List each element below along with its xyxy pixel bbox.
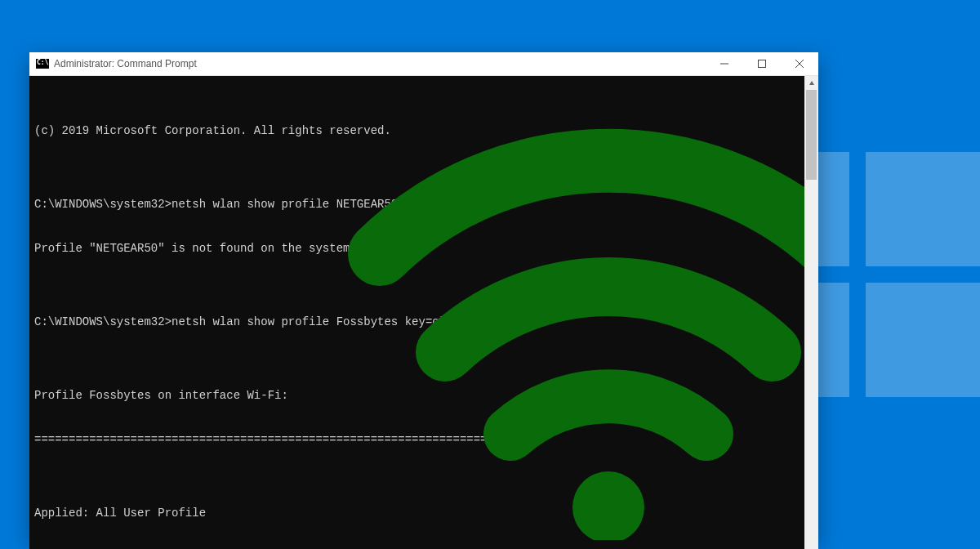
console-output[interactable]: (c) 2019 Microsoft Corporation. All righ…	[29, 76, 804, 549]
close-button[interactable]	[781, 52, 818, 75]
vertical-scrollbar[interactable]	[804, 76, 818, 549]
svg-rect-1	[759, 60, 766, 68]
console-line: Profile Fossbytes on interface Wi-Fi:	[34, 388, 800, 403]
console-line: ========================================…	[34, 432, 800, 447]
window-title: Administrator: Command Prompt	[54, 58, 197, 69]
client-area: (c) 2019 Microsoft Corporation. All righ…	[29, 76, 818, 549]
maximize-button[interactable]	[743, 52, 781, 75]
titlebar[interactable]: Administrator: Command Prompt	[29, 52, 818, 76]
console-line: Profile "NETGEAR50" is not found on the …	[34, 241, 800, 256]
console-line: Applied: All User Profile	[34, 506, 800, 520]
wifi-icon	[314, 83, 804, 540]
svg-marker-5	[809, 81, 814, 85]
desktop: Administrator: Command Prompt	[0, 0, 980, 549]
console-line: C:\WINDOWS\system32>netsh wlan show prof…	[34, 315, 800, 329]
console-line: (c) 2019 Microsoft Corporation. All righ…	[34, 123, 800, 138]
command-prompt-window: Administrator: Command Prompt	[29, 52, 818, 541]
console-line: C:\WINDOWS\system32>netsh wlan show prof…	[34, 197, 800, 212]
scroll-thumb[interactable]	[806, 90, 817, 180]
scroll-track[interactable]	[804, 90, 818, 549]
minimize-button[interactable]	[706, 52, 743, 75]
cmd-icon	[36, 59, 49, 69]
scroll-up-button[interactable]	[804, 76, 818, 90]
